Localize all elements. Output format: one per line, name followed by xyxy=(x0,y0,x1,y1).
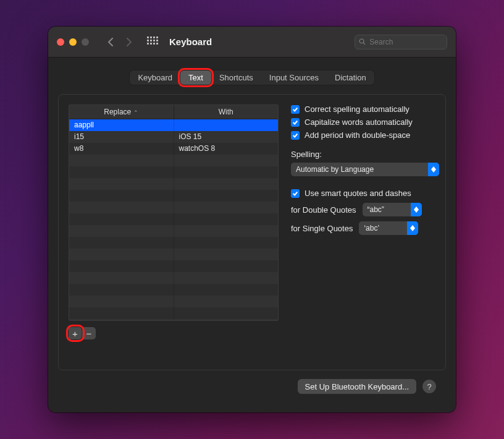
cell-replace xyxy=(69,319,174,320)
cell-with: iOS 15 xyxy=(174,131,279,143)
table-row[interactable] xyxy=(69,213,278,225)
cell-replace xyxy=(69,284,174,296)
tab-dictation[interactable]: Dictation xyxy=(327,70,374,85)
close-window-button[interactable] xyxy=(57,38,64,46)
search-icon xyxy=(359,38,366,46)
table-row[interactable] xyxy=(69,190,278,202)
cell-with xyxy=(174,296,279,307)
search-input[interactable] xyxy=(369,38,443,46)
cell-with xyxy=(174,284,279,296)
window-controls xyxy=(57,38,89,46)
cell-replace xyxy=(69,296,174,307)
tab-input-sources[interactable]: Input Sources xyxy=(261,70,327,85)
cell-with xyxy=(174,190,279,202)
bluetooth-keyboard-button[interactable]: Set Up Bluetooth Keyboard... xyxy=(298,379,416,394)
cell-replace: w8 xyxy=(69,143,174,155)
cell-with xyxy=(174,237,279,249)
minimize-window-button[interactable] xyxy=(69,38,77,46)
table-row[interactable] xyxy=(69,225,278,237)
cell-replace xyxy=(69,213,174,225)
double-space-label: Add period with double-space xyxy=(304,130,410,140)
replacements-table: Replace⌃ With aapplli15iOS 15w8watchOS 8 xyxy=(69,104,279,321)
search-field[interactable] xyxy=(355,35,447,49)
tab-bar: Keyboard Text Shortcuts Input Sources Di… xyxy=(129,70,374,85)
cell-replace xyxy=(69,225,174,237)
chevron-updown-icon xyxy=(428,163,439,176)
tab-shortcuts[interactable]: Shortcuts xyxy=(211,70,261,85)
cell-replace xyxy=(69,260,174,272)
tab-keyboard[interactable]: Keyboard xyxy=(130,70,180,85)
table-row[interactable] xyxy=(69,237,278,249)
table-row[interactable] xyxy=(69,166,278,178)
preferences-window: Keyboard Keyboard Text Shortcuts Input S… xyxy=(48,27,456,412)
correct-spelling-label: Correct spelling automatically xyxy=(304,104,410,114)
chevron-updown-icon xyxy=(411,203,422,216)
forward-button[interactable] xyxy=(121,35,137,49)
cell-with: watchOS 8 xyxy=(174,143,279,155)
tab-text[interactable]: Text xyxy=(180,70,211,85)
capitalize-checkbox[interactable] xyxy=(291,118,300,127)
capitalize-label: Capitalize words automatically xyxy=(304,117,413,127)
table-row[interactable]: w8watchOS 8 xyxy=(69,143,278,155)
window-title: Keyboard xyxy=(169,36,212,47)
cell-replace: aappll xyxy=(69,119,174,131)
cell-replace xyxy=(69,307,174,319)
cell-with xyxy=(174,178,279,190)
cell-replace xyxy=(69,202,174,213)
column-replace[interactable]: Replace⌃ xyxy=(69,105,174,119)
table-row[interactable] xyxy=(69,202,278,213)
cell-with xyxy=(174,155,279,166)
double-quotes-select[interactable]: “abc” xyxy=(363,203,422,216)
add-button[interactable]: + xyxy=(69,327,82,339)
cell-replace xyxy=(69,190,174,202)
double-quotes-label: for Double Quotes xyxy=(291,205,356,215)
cell-with xyxy=(174,249,279,260)
cell-with xyxy=(174,260,279,272)
table-row[interactable] xyxy=(69,319,278,320)
table-row[interactable]: aappll xyxy=(69,119,278,131)
back-button[interactable] xyxy=(103,35,119,49)
spelling-select[interactable]: Automatic by Language xyxy=(291,163,439,176)
correct-spelling-checkbox[interactable] xyxy=(291,105,300,114)
cell-with xyxy=(174,272,279,284)
table-body: aapplli15iOS 15w8watchOS 8 xyxy=(69,119,278,320)
table-row[interactable] xyxy=(69,155,278,166)
titlebar: Keyboard xyxy=(48,27,456,58)
single-quotes-label: for Single Quotes xyxy=(291,224,353,233)
spelling-label: Spelling: xyxy=(291,150,439,159)
show-all-icon[interactable] xyxy=(147,36,158,48)
cell-replace xyxy=(69,249,174,260)
cell-with xyxy=(174,307,279,319)
double-space-checkbox[interactable] xyxy=(291,131,300,140)
cell-with xyxy=(174,202,279,213)
cell-replace xyxy=(69,272,174,284)
cell-with xyxy=(174,119,279,131)
smart-quotes-checkbox[interactable] xyxy=(291,189,300,198)
cell-with xyxy=(174,166,279,178)
table-row[interactable] xyxy=(69,307,278,319)
cell-replace xyxy=(69,166,174,178)
single-quotes-select[interactable]: ‘abc’ xyxy=(359,221,418,235)
cell-replace xyxy=(69,178,174,190)
table-row[interactable] xyxy=(69,284,278,296)
cell-with xyxy=(174,225,279,237)
cell-replace xyxy=(69,237,174,249)
table-row[interactable] xyxy=(69,260,278,272)
table-row[interactable] xyxy=(69,178,278,190)
table-row[interactable]: i15iOS 15 xyxy=(69,131,278,143)
column-with[interactable]: With xyxy=(174,105,279,119)
cell-with xyxy=(174,213,279,225)
cell-replace xyxy=(69,155,174,166)
table-row[interactable] xyxy=(69,272,278,284)
table-row[interactable] xyxy=(69,249,278,260)
cell-with xyxy=(174,319,279,320)
cell-replace: i15 xyxy=(69,131,174,143)
remove-button[interactable]: − xyxy=(82,327,96,339)
smart-quotes-label: Use smart quotes and dashes xyxy=(304,189,411,198)
zoom-window-button[interactable] xyxy=(82,38,89,46)
help-button[interactable]: ? xyxy=(422,380,436,393)
table-row[interactable] xyxy=(69,296,278,307)
chevron-updown-icon xyxy=(407,221,418,235)
